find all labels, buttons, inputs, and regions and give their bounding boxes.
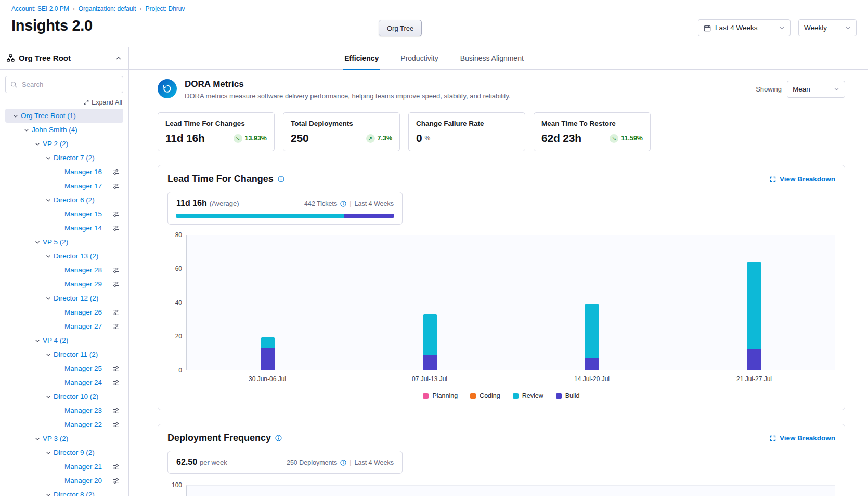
stacked-bar[interactable] <box>423 314 437 370</box>
chevron-down-icon[interactable] <box>43 394 54 399</box>
stacked-bar[interactable] <box>261 337 275 370</box>
filter-icon[interactable] <box>112 309 120 316</box>
tree-item[interactable]: Director 8 (2) <box>5 488 123 496</box>
tree-item[interactable]: Manager 22 <box>5 417 123 432</box>
collapse-icon[interactable] <box>115 55 122 61</box>
filter-icon[interactable] <box>112 408 120 414</box>
tree-item-label[interactable]: Manager 23 <box>64 407 102 414</box>
tree-item-label[interactable]: Director 11 (2) <box>54 350 98 358</box>
breadcrumb-link[interactable]: Organization: default <box>79 5 136 12</box>
expand-all-button[interactable]: Expand All <box>84 97 122 108</box>
chevron-down-icon[interactable] <box>43 450 54 455</box>
breadcrumb-link[interactable]: Project: Dhruv <box>145 5 185 12</box>
tree-item[interactable]: VP 5 (2) <box>5 235 123 249</box>
tree-item-label[interactable]: Manager 26 <box>64 308 102 316</box>
filter-icon[interactable] <box>112 366 120 372</box>
chevron-down-icon[interactable] <box>21 127 32 133</box>
tree-item[interactable]: Manager 23 <box>5 403 123 417</box>
filter-icon[interactable] <box>112 211 120 217</box>
tree-item-label[interactable]: Manager 17 <box>64 182 102 190</box>
tree-item[interactable]: Manager 26 <box>5 305 123 319</box>
filter-icon[interactable] <box>112 267 120 273</box>
tree-item-label[interactable]: Manager 20 <box>64 477 102 485</box>
tree-item[interactable]: Director 10 (2) <box>5 389 123 403</box>
tree-item-label[interactable]: John Smith (4) <box>32 126 77 134</box>
tree-item-label[interactable]: Org Tree Root (1) <box>21 112 76 120</box>
chevron-down-icon[interactable] <box>32 436 43 441</box>
tree-item-label[interactable]: Director 13 (2) <box>54 252 98 260</box>
filter-icon[interactable] <box>112 464 120 470</box>
tree-item-label[interactable]: Manager 16 <box>64 168 102 176</box>
info-icon[interactable] <box>275 435 282 441</box>
tree-item[interactable]: Manager 24 <box>5 375 123 389</box>
tree-item[interactable]: Manager 25 <box>5 361 123 375</box>
tree-item-label[interactable]: Director 6 (2) <box>54 196 95 204</box>
tree-item[interactable]: VP 3 (2) <box>5 432 123 446</box>
tree-item[interactable]: VP 4 (2) <box>5 333 123 347</box>
tree-item-label[interactable]: VP 3 (2) <box>43 435 68 442</box>
tab-efficiency[interactable]: Efficiency <box>343 47 380 69</box>
filter-icon[interactable] <box>112 323 120 330</box>
tree-item[interactable]: Manager 28 <box>5 263 123 277</box>
chevron-down-icon[interactable] <box>43 352 54 357</box>
tree-item[interactable]: Manager 21 <box>5 460 123 474</box>
tree-item[interactable]: Manager 16 <box>5 165 123 179</box>
tree-item[interactable]: Director 12 (2) <box>5 291 123 305</box>
tree-item-label[interactable]: Manager 14 <box>64 224 102 232</box>
filter-icon[interactable] <box>112 478 120 484</box>
tree-item-label[interactable]: Director 12 (2) <box>54 294 98 302</box>
filter-icon[interactable] <box>112 169 120 175</box>
tab-productivity[interactable]: Productivity <box>399 47 439 69</box>
tree-item-label[interactable]: Manager 29 <box>64 280 102 288</box>
tree-item-label[interactable]: Manager 25 <box>64 364 102 372</box>
tree-item-label[interactable]: VP 2 (2) <box>43 140 68 148</box>
chevron-down-icon[interactable] <box>10 113 21 119</box>
chevron-down-icon[interactable] <box>43 492 54 496</box>
tree-item-label[interactable]: Manager 22 <box>64 421 102 428</box>
tree-item-label[interactable]: Manager 27 <box>64 322 102 330</box>
chevron-down-icon[interactable] <box>32 141 43 147</box>
tree-item-label[interactable]: Manager 28 <box>64 266 102 274</box>
tab-business-alignment[interactable]: Business Alignment <box>459 47 525 69</box>
tree-item[interactable]: Director 11 (2) <box>5 347 123 361</box>
info-icon[interactable] <box>340 460 346 466</box>
tree-item[interactable]: VP 2 (2) <box>5 137 123 151</box>
tree-item-label[interactable]: Director 10 (2) <box>54 393 98 400</box>
tree-item-label[interactable]: Director 9 (2) <box>54 449 95 456</box>
chevron-down-icon[interactable] <box>43 155 54 161</box>
tree-item[interactable]: Manager 14 <box>5 221 123 235</box>
tree-item[interactable]: Org Tree Root (1) <box>5 109 123 123</box>
info-icon[interactable] <box>340 201 346 207</box>
tree-item-label[interactable]: Manager 15 <box>64 210 102 218</box>
filter-icon[interactable] <box>112 422 120 428</box>
chevron-down-icon[interactable] <box>32 240 43 245</box>
tree-item[interactable]: Director 13 (2) <box>5 249 123 263</box>
filter-icon[interactable] <box>112 281 120 288</box>
chevron-down-icon[interactable] <box>32 338 43 343</box>
filter-icon[interactable] <box>112 380 120 386</box>
tree-item-label[interactable]: Manager 24 <box>64 378 102 386</box>
tree-item-label[interactable]: Director 7 (2) <box>54 154 95 162</box>
filter-icon[interactable] <box>112 183 120 189</box>
chevron-down-icon[interactable] <box>43 296 54 301</box>
tree-item[interactable]: Director 6 (2) <box>5 193 123 207</box>
view-breakdown-button[interactable]: View Breakdown <box>770 434 835 442</box>
filter-icon[interactable] <box>112 225 120 231</box>
chevron-down-icon[interactable] <box>43 254 54 259</box>
tree-item[interactable]: John Smith (4) <box>5 123 123 137</box>
tree-item-label[interactable]: Manager 21 <box>64 463 102 471</box>
view-breakdown-button[interactable]: View Breakdown <box>770 175 835 183</box>
search-input[interactable] <box>5 76 123 93</box>
date-range-select[interactable]: Last 4 Weeks <box>698 19 791 36</box>
showing-select[interactable]: Mean <box>787 81 845 98</box>
tree-item[interactable]: Manager 17 <box>5 179 123 193</box>
tree-item[interactable]: Manager 20 <box>5 474 123 488</box>
granularity-select[interactable]: Weekly <box>798 19 857 36</box>
tree-item[interactable]: Manager 29 <box>5 277 123 291</box>
org-tree-button[interactable]: Org Tree <box>379 20 422 36</box>
tree-item[interactable]: Director 7 (2) <box>5 151 123 165</box>
stacked-bar[interactable] <box>747 262 761 370</box>
tree-item[interactable]: Director 9 (2) <box>5 446 123 460</box>
tree-item[interactable]: Manager 27 <box>5 319 123 333</box>
tree-item-label[interactable]: Director 8 (2) <box>54 491 95 496</box>
